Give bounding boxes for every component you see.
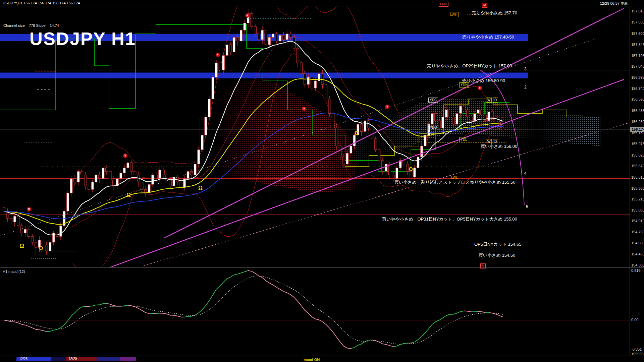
price-axis-label[interactable]: 157.345 bbox=[631, 43, 644, 47]
price-axis-label[interactable]: 154.455 bbox=[631, 252, 644, 256]
level-box-lwh: LWH bbox=[449, 12, 459, 17]
chart-overlays: 157.810157.655157.500157.345157.195157.0… bbox=[0, 0, 644, 362]
date-segment bbox=[120, 357, 136, 361]
channel-line-number: 2 bbox=[524, 85, 527, 89]
level-box-ydl: YDL bbox=[459, 137, 468, 142]
level-box-w: W bbox=[486, 139, 492, 144]
omega-marker: Ω bbox=[20, 243, 24, 249]
yen-marker: ¥ bbox=[302, 107, 306, 111]
date-segment bbox=[51, 357, 66, 361]
price-axis-label[interactable]: 156.280 bbox=[631, 120, 644, 124]
price-annotation: 買い小さめ 154.50 bbox=[479, 252, 515, 258]
price-axis-label[interactable]: 157.500 bbox=[631, 32, 644, 36]
channel-line-number: 3 bbox=[524, 67, 527, 71]
price-axis-label[interactable]: 156.895 bbox=[631, 75, 644, 79]
price-axis-label[interactable]: 155.360 bbox=[631, 186, 644, 190]
yen-marker: ¥ bbox=[27, 207, 31, 212]
date-segment bbox=[97, 357, 120, 361]
price-axis-label[interactable]: 155.515 bbox=[631, 175, 644, 179]
price-annotation: 買い小さめ 156.00 bbox=[481, 143, 517, 149]
channel-line-number: 5 bbox=[526, 204, 528, 209]
level-box-m: M bbox=[482, 3, 487, 8]
level-box-ydo: YDO bbox=[428, 125, 438, 130]
price-axis-label[interactable]: 155.210 bbox=[631, 197, 644, 201]
level-box-ydc: YDC bbox=[428, 98, 438, 103]
yen-marker: ¥ bbox=[216, 53, 220, 57]
price-annotation: 買いやや小さめ、OP31日NYカット、OP5日NYカット大きめ 155.00 bbox=[382, 216, 517, 222]
date-label: 12/26 bbox=[19, 357, 28, 361]
price-axis-label[interactable]: 154.910 bbox=[631, 219, 644, 223]
omega-marker: Ω bbox=[355, 130, 359, 136]
yen-marker: ¥ bbox=[123, 154, 127, 158]
current-price-tag: 156.174 bbox=[630, 127, 644, 132]
price-axis-label[interactable]: 154.300 bbox=[631, 263, 644, 267]
price-axis-label[interactable]: 157.195 bbox=[631, 54, 644, 58]
yen-marker: ¥ bbox=[478, 86, 482, 90]
yen-marker: ¥ bbox=[385, 105, 389, 109]
price-annotation: 買い小さめ・割り込むとストップロス売りやや小さめ 155.50 bbox=[394, 179, 516, 185]
level-box-w: W bbox=[486, 98, 492, 103]
price-axis-label[interactable]: 157.045 bbox=[631, 64, 644, 68]
price-axis-label[interactable]: 157.655 bbox=[631, 20, 644, 24]
level-box-d: D bbox=[493, 139, 498, 144]
price-axis-label[interactable]: 155.820 bbox=[631, 153, 644, 157]
macd-axis-label: 155959 bbox=[631, 352, 644, 356]
price-annotation: 売りやや小さめ、OP29日NYカット 157.00 bbox=[427, 63, 512, 69]
price-axis-label[interactable]: 156.590 bbox=[631, 97, 644, 101]
omega-marker: Ω bbox=[39, 246, 43, 252]
omega-marker: Ω bbox=[126, 192, 131, 198]
level-box-m: M bbox=[480, 263, 486, 268]
price-axis-label[interactable]: 155.060 bbox=[631, 208, 644, 212]
price-annotation: 売りやや小さめ 157.40-50 bbox=[462, 34, 514, 40]
date-label: 12/29 bbox=[68, 357, 77, 361]
price-axis-label[interactable]: 156.740 bbox=[631, 86, 644, 90]
level-box-ydh: YDH bbox=[459, 82, 469, 87]
price-axis-label[interactable]: 155.975 bbox=[631, 142, 644, 146]
omega-marker: Ω bbox=[198, 185, 203, 191]
price-annotation: OP5日NYカット 154.65 bbox=[474, 241, 521, 247]
price-annotation: 売りやや小さめ 157.70 bbox=[472, 10, 517, 16]
yen-marker: ¥ bbox=[245, 13, 250, 18]
price-axis-label[interactable]: 156.435 bbox=[631, 109, 644, 113]
level-box-lwl: LWL bbox=[450, 175, 459, 180]
price-axis-label[interactable]: 157.810 bbox=[631, 9, 644, 13]
channel-line-number: 4 bbox=[524, 171, 527, 176]
omega-marker: Ω bbox=[409, 167, 413, 173]
macd-axis-label: -0.351 bbox=[631, 347, 642, 351]
macd-axis-label: 0.00 bbox=[631, 318, 638, 322]
price-axis-label[interactable]: 154.605 bbox=[631, 241, 644, 245]
mt4-chart-window: { "header": { "symbol_line": "USDJPY,H1 … bbox=[0, 0, 644, 362]
price-axis-label[interactable]: 155.670 bbox=[631, 164, 644, 168]
level-box-lmh: LMH bbox=[439, 2, 448, 7]
level-box-d: D bbox=[493, 98, 498, 103]
price-axis-label[interactable]: 154.760 bbox=[631, 230, 644, 234]
macd-axis-label: 0.516 bbox=[631, 268, 641, 273]
